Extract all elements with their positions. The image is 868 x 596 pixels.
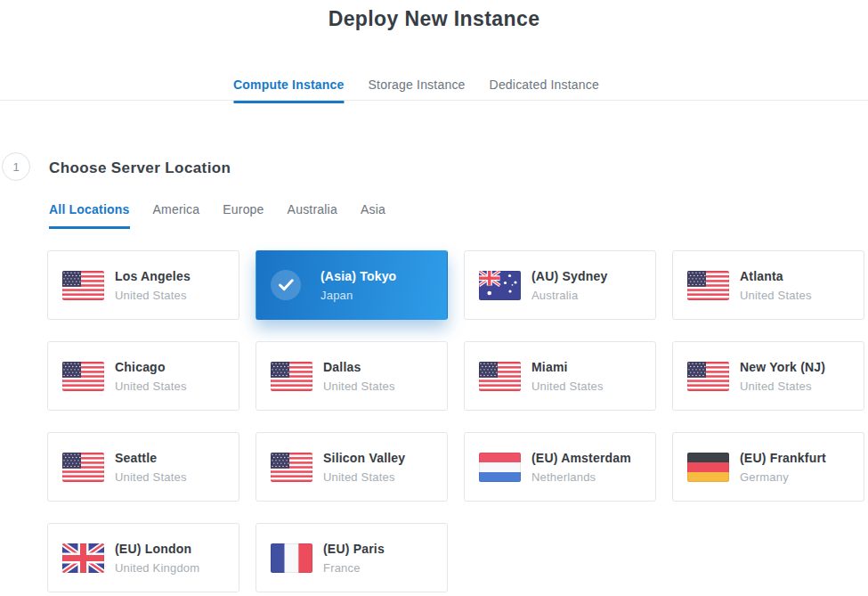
- flag-us-icon: [687, 271, 729, 300]
- location-text: Los Angeles United States: [115, 269, 191, 302]
- location-city: Dallas: [323, 360, 395, 374]
- location-country: United States: [531, 380, 604, 393]
- location-text: Miami United States: [531, 360, 604, 393]
- flag-au-icon: [479, 271, 521, 300]
- location-city: Seattle: [115, 451, 187, 465]
- location-country: United States: [115, 380, 187, 393]
- location-text: Seattle United States: [115, 451, 187, 484]
- location-card[interactable]: (Asia) Tokyo Japan: [256, 250, 448, 320]
- location-card[interactable]: Chicago United States: [47, 341, 239, 411]
- location-card[interactable]: Los Angeles United States: [47, 250, 239, 320]
- flag-gb-icon: [62, 543, 104, 573]
- location-card[interactable]: New York (NJ) United States: [672, 341, 864, 411]
- location-city: (EU) Frankfurt: [740, 451, 826, 465]
- location-text: (AU) Sydney Australia: [531, 269, 607, 302]
- location-city: (EU) London: [115, 542, 199, 556]
- location-text: (Asia) Tokyo Japan: [320, 269, 396, 302]
- flag-de-icon: [687, 453, 729, 482]
- location-tab-bar: All Locations America Europe Australia A…: [49, 202, 385, 229]
- location-text: (EU) Paris France: [323, 542, 385, 575]
- location-city: (Asia) Tokyo: [320, 269, 396, 283]
- tab-all-locations[interactable]: All Locations: [49, 202, 130, 229]
- location-city: (EU) Amsterdam: [531, 451, 631, 465]
- header-divider: [0, 100, 868, 101]
- location-country: United States: [740, 289, 812, 302]
- location-card[interactable]: (EU) Frankfurt Germany: [672, 432, 864, 502]
- flag-us-icon: [62, 362, 104, 391]
- tab-america[interactable]: America: [153, 202, 200, 229]
- location-text: (EU) London United Kingdom: [115, 542, 199, 575]
- location-card[interactable]: (EU) London United Kingdom: [47, 523, 239, 592]
- location-card[interactable]: Miami United States: [464, 341, 656, 411]
- deploy-new-instance-page: Deploy New Instance Compute Instance Sto…: [0, 0, 868, 596]
- location-country: United States: [323, 380, 395, 393]
- flag-us-icon: [479, 362, 521, 391]
- selected-check-icon: [271, 270, 301, 300]
- location-city: Chicago: [115, 360, 187, 374]
- flag-us-icon: [271, 362, 312, 391]
- location-city: Silicon Valley: [323, 451, 405, 465]
- flag-us-icon: [687, 362, 729, 391]
- location-country: United Kingdom: [115, 561, 199, 575]
- location-text: (EU) Amsterdam Netherlands: [531, 451, 631, 484]
- location-card[interactable]: (EU) Paris France: [256, 523, 448, 592]
- flag-fr-icon: [271, 543, 312, 573]
- location-card[interactable]: Silicon Valley United States: [256, 432, 448, 502]
- location-grid: Los Angeles United States (Asia) Tokyo J…: [47, 250, 864, 592]
- tab-asia[interactable]: Asia: [361, 202, 385, 229]
- flag-us-icon: [62, 271, 104, 300]
- location-text: Dallas United States: [323, 360, 395, 393]
- tab-europe[interactable]: Europe: [223, 202, 264, 229]
- location-card[interactable]: Seattle United States: [47, 432, 239, 502]
- location-text: (EU) Frankfurt Germany: [740, 451, 826, 484]
- location-country: Germany: [740, 470, 826, 484]
- flag-us-icon: [62, 453, 104, 482]
- location-country: France: [323, 561, 385, 575]
- location-text: New York (NJ) United States: [740, 360, 825, 393]
- flag-us-icon: [271, 453, 312, 482]
- location-text: Silicon Valley United States: [323, 451, 405, 484]
- location-city: Los Angeles: [115, 269, 191, 283]
- location-country: United States: [740, 380, 825, 393]
- page-title: Deploy New Instance: [0, 7, 868, 31]
- location-city: Miami: [531, 360, 604, 374]
- location-text: Chicago United States: [115, 360, 187, 393]
- tab-australia[interactable]: Australia: [288, 202, 337, 229]
- location-card[interactable]: Atlanta United States: [672, 250, 864, 320]
- flag-nl-icon: [479, 453, 521, 482]
- location-city: New York (NJ): [740, 360, 825, 374]
- location-city: (AU) Sydney: [531, 269, 607, 283]
- location-card[interactable]: (EU) Amsterdam Netherlands: [464, 432, 656, 502]
- location-country: United States: [115, 470, 187, 484]
- location-city: Atlanta: [740, 269, 812, 283]
- location-country: United States: [323, 470, 405, 484]
- location-country: Netherlands: [531, 470, 631, 484]
- location-country: Australia: [531, 289, 607, 302]
- location-country: Japan: [320, 289, 396, 302]
- step-number-badge: 1: [2, 152, 30, 181]
- location-text: Atlanta United States: [740, 269, 812, 302]
- location-country: United States: [115, 289, 191, 302]
- location-card[interactable]: Dallas United States: [256, 341, 448, 411]
- location-card[interactable]: (AU) Sydney Australia: [464, 250, 656, 320]
- location-city: (EU) Paris: [323, 542, 385, 556]
- section-title: Choose Server Location: [49, 159, 231, 177]
